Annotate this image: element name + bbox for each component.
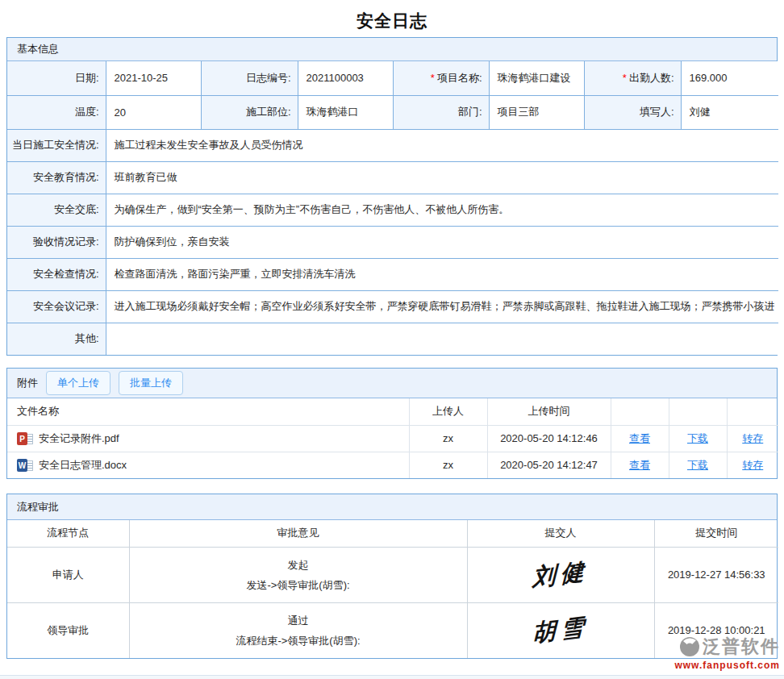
upload-time-column-header: 上传时间 [487,398,611,425]
safety-meeting-label: 安全会议记录: [7,290,106,323]
attachment-file-name: 安全记录附件.pdf [39,432,119,444]
acceptance-record-row: 验收情况记录: 防护确保到位，亲自安装 [7,226,778,258]
temperature-label: 温度: [7,95,106,129]
approval-opinion: 通过 流程结束->领导审批(胡雪): [129,602,467,658]
attachments-title: 附件 [17,376,38,390]
fanpu-watermark: 泛普软件 www.fanpusoft.com [674,635,780,671]
basic-info-table: 日期: 2021-10-25 日志编号: 2021100003 *项目名称: 珠… [7,61,778,355]
safety-inspection-value: 检查路面清洗，路面污染严重，立即安排清洗车清洗 [106,258,778,290]
safety-disclosure-label: 安全交底: [7,194,106,226]
approval-table-header: 流程节点 审批意见 提交人 提交时间 [7,520,778,547]
submitter-signature-cell: 胡雪 [467,602,654,658]
download-link[interactable]: 下载 [687,432,708,444]
watermark-url: www.fanpusoft.com [674,660,780,671]
today-safety-row: 当日施工安全情况: 施工过程未发生安全事故及人员受伤情况 [7,129,778,161]
safety-log-page: 安全日志 基本信息 日期: 2021-10-25 日志编号: 202110000… [0,0,784,659]
opinion-column-header: 审批意见 [129,520,467,547]
fanpu-logo-icon [679,636,700,657]
approval-row: 申请人 发起 发送->领导审批(胡雪): 刘健 2019-12-27 14:56… [7,547,778,602]
attachments-section-header: 附件 单个上传 批量上传 [7,369,777,398]
attachment-row: W安全日志管理.docx zx 2020-05-20 14:12:47 查看 下… [7,452,778,478]
approval-submit-time: 2019-12-27 14:56:33 [654,547,778,602]
action-column-header [727,398,778,425]
attachment-upload-time: 2020-05-20 14:12:46 [487,425,611,452]
attachment-row: P安全记录附件.pdf zx 2020-05-20 14:12:46 查看 下载… [7,425,778,452]
filler-label: 填写人: [584,95,681,129]
page-title: 安全日志 [6,0,778,37]
safety-education-label: 安全教育情况: [7,161,106,194]
approval-row: 领导审批 通过 流程结束->领导审批(胡雪): 胡雪 2019-12-28 10… [7,602,778,658]
watermark-brand: 泛普软件 [703,635,780,659]
project-name-label: *项目名称: [393,61,489,95]
approval-table: 流程节点 审批意见 提交人 提交时间 申请人 发起 发送->领导审批(胡雪): … [7,520,778,658]
attendance-value: 169.000 [681,61,778,95]
date-label: 日期: [7,61,106,95]
submit-time-column-header: 提交时间 [654,520,778,547]
basic-info-section-header: 基本信息 [7,38,777,61]
safety-meeting-row: 安全会议记录: 进入施工现场必须戴好安全帽；高空作业必须系好安全带，严禁穿硬底带… [7,290,778,323]
attachments-table-header: 文件名称 上传人 上传时间 [7,398,778,425]
approval-node: 领导审批 [7,602,129,658]
department-label: 部门: [393,95,489,129]
view-link[interactable]: 查看 [629,459,650,471]
attachment-uploader: zx [409,425,487,452]
other-label: 其他: [7,323,106,355]
attendance-label: *出勤人数: [584,61,681,95]
action-column-header [669,398,727,425]
other-value [106,323,778,355]
word-file-icon: W [17,459,33,472]
today-safety-label: 当日施工安全情况: [7,129,106,161]
signature-huxue: 胡雪 [532,610,589,650]
attachment-file-cell: W安全日志管理.docx [7,452,409,478]
single-upload-button[interactable]: 单个上传 [46,371,111,395]
other-row: 其他: [7,323,778,355]
acceptance-record-label: 验收情况记录: [7,226,106,258]
attachment-uploader: zx [409,452,487,478]
construction-part-label: 施工部位: [201,95,298,129]
view-link[interactable]: 查看 [629,432,650,444]
save-as-link[interactable]: 转存 [742,459,763,471]
approval-section-header: 流程审批 [7,494,777,520]
approval-opinion: 发起 发送->领导审批(胡雪): [129,547,467,602]
today-safety-value: 施工过程未发生安全事故及人员受伤情况 [106,129,778,161]
safety-inspection-label: 安全检查情况: [7,258,106,290]
safety-meeting-value: 进入施工现场必须戴好安全帽；高空作业必须系好安全带，严禁穿硬底带钉易滑鞋；严禁赤… [106,290,778,323]
attachments-table: 文件名称 上传人 上传时间 P安全记录附件.pdf zx 2020-05-20 … [7,398,778,478]
uploader-column-header: 上传人 [409,398,487,425]
approval-node: 申请人 [7,547,129,602]
date-value: 2021-10-25 [106,61,201,95]
basic-info-panel: 基本信息 日期: 2021-10-25 日志编号: 2021100003 *项目… [6,37,778,356]
filler-value: 刘健 [681,95,778,129]
attachment-upload-time: 2020-05-20 14:12:47 [487,452,611,478]
submitter-column-header: 提交人 [467,520,654,547]
temperature-value: 20 [106,95,201,129]
project-name-value: 珠海鹤港口建设 [489,61,584,95]
download-link[interactable]: 下载 [687,459,708,471]
required-asterisk: * [623,72,627,84]
safety-education-row: 安全教育情况: 班前教育已做 [7,161,778,194]
safety-disclosure-value: 为确保生产，做到“安全第一、预防为主”不伤害自己，不伤害他人、不被他人所伤害。 [106,194,778,226]
file-name-column-header: 文件名称 [7,398,409,425]
log-number-value: 2021100003 [298,61,393,95]
node-column-header: 流程节点 [7,520,129,547]
acceptance-record-value: 防护确保到位，亲自安装 [106,226,778,258]
log-number-label: 日志编号: [201,61,298,95]
save-as-link[interactable]: 转存 [742,432,763,444]
action-column-header [611,398,669,425]
required-asterisk: * [431,72,435,84]
basic-info-row-2: 温度: 20 施工部位: 珠海鹤港口 部门: 项目三部 填写人: 刘健 [7,95,778,129]
pdf-file-icon: P [17,432,33,445]
batch-upload-button[interactable]: 批量上传 [119,371,183,395]
bottom-strip [0,675,784,679]
construction-part-value: 珠海鹤港口 [298,95,393,129]
attachment-file-cell: P安全记录附件.pdf [7,425,409,452]
signature-liujian: 刘健 [532,555,589,594]
safety-education-value: 班前教育已做 [106,161,778,194]
safety-inspection-row: 安全检查情况: 检查路面清洗，路面污染严重，立即安排清洗车清洗 [7,258,778,290]
department-value: 项目三部 [489,95,584,129]
attachments-panel: 附件 单个上传 批量上传 文件名称 上传人 上传时间 P安全记录附件.pdf [6,368,778,479]
safety-disclosure-row: 安全交底: 为确保生产，做到“安全第一、预防为主”不伤害自己，不伤害他人、不被他… [7,194,778,226]
submitter-signature-cell: 刘健 [467,547,654,602]
approval-panel: 流程审批 流程节点 审批意见 提交人 提交时间 申请人 发起 发送->领导审批(… [6,494,778,659]
basic-info-row-1: 日期: 2021-10-25 日志编号: 2021100003 *项目名称: 珠… [7,61,778,95]
